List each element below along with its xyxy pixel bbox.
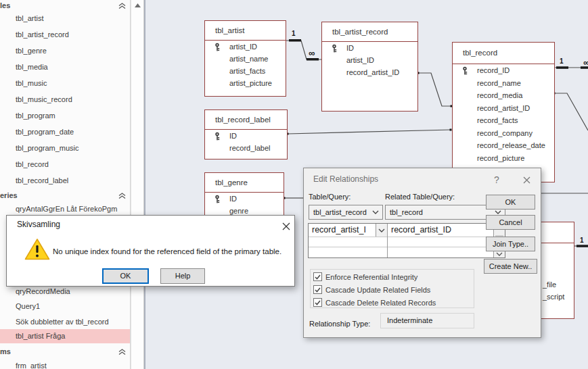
table-field[interactable]: record_ID [453, 64, 554, 77]
grid-cell-left[interactable] [309, 237, 387, 247]
create-new-button[interactable]: Create New.. [484, 259, 537, 274]
primary-key-icon [214, 43, 221, 51]
table-title: tbl_genre [205, 173, 284, 193]
close-button[interactable] [277, 218, 295, 235]
table-field[interactable]: record_media [453, 89, 554, 102]
message-text: No unique index found for the referenced… [53, 247, 294, 255]
table-field[interactable]: ID [205, 193, 284, 205]
nav-pane-scrollbar[interactable] [131, 0, 144, 369]
nav-item[interactable]: tbl_program_music [0, 141, 130, 155]
table-field[interactable]: _file [543, 280, 556, 289]
table-title: tbl_artist_record [322, 22, 417, 42]
skivsamling-message-box: Skivsamling No unique index found for th… [6, 215, 295, 287]
ok-button[interactable]: OK [102, 268, 149, 284]
checkbox-row[interactable]: Cascade Delete Related Records [313, 297, 436, 308]
table-field[interactable]: ID [205, 130, 287, 142]
table-title: tbl_record_label [205, 110, 287, 130]
ok-button[interactable]: OK [486, 195, 535, 210]
cell-dropdown-button[interactable] [376, 224, 387, 237]
table-field[interactable]: record_company [453, 127, 554, 140]
table-field[interactable]: artist_facts [205, 65, 286, 77]
table-field[interactable]: record_name [453, 77, 554, 90]
cardinality-one-label: 1 [560, 58, 564, 65]
table-field[interactable]: record_artist_ID [322, 66, 417, 78]
nav-item[interactable]: tbl_genre [0, 43, 130, 58]
primary-key-icon [214, 195, 221, 203]
nav-item[interactable]: tbl_artist [0, 11, 130, 26]
close-button[interactable] [515, 172, 538, 188]
collapse-group-icon [118, 349, 126, 355]
table-field[interactable]: record_release_date [453, 139, 554, 152]
table-field[interactable]: ID [322, 42, 417, 54]
grid-cell-right[interactable]: record_artist_ID [388, 224, 493, 237]
table-window-tbl-record-label[interactable]: tbl_record_label ID record_label [204, 109, 288, 159]
close-icon [523, 176, 530, 184]
cardinality-many-label: ∞ [309, 49, 315, 57]
checkbox-row[interactable]: Enforce Referential Integrity [313, 272, 417, 282]
nav-item[interactable]: tbl_music [0, 76, 130, 91]
referential-integrity-group: Enforce Referential Integrity Cascade Up… [310, 269, 474, 308]
grid-cell-left[interactable] [309, 247, 387, 257]
cancel-button[interactable]: Cancel [486, 215, 535, 230]
table-field[interactable]: artist_ID [322, 54, 417, 66]
table-title: tbl_record [453, 43, 554, 64]
table-field[interactable]: artist_name [205, 53, 286, 65]
table-field[interactable]: record_picture [453, 152, 554, 165]
table-field[interactable]: record_label [205, 142, 287, 154]
table-title [541, 222, 574, 243]
collapse-group-icon [118, 3, 126, 9]
edit-relationships-dialog: Edit Relationships ? Table/Query: Relate… [303, 168, 541, 338]
checkbox-checked-icon[interactable] [313, 285, 322, 294]
checkbox-checked-icon[interactable] [313, 298, 322, 307]
nav-item-selected[interactable]: tbl_artist Fråga [0, 329, 130, 343]
nav-item[interactable]: qryAntalGgrEn Låt FörekoPgm [0, 201, 130, 216]
table-title: tbl_artist [205, 21, 286, 41]
checkbox-label: Cascade Delete Related Records [325, 299, 436, 307]
table-window-tbl-artist[interactable]: tbl_artist artist_ID artist_name artist_… [204, 20, 286, 97]
help-button[interactable]: Help [160, 268, 205, 284]
checkbox-row[interactable]: Cascade Update Related Fields [313, 285, 430, 295]
nav-item[interactable]: tbl_program [0, 108, 130, 123]
table-field[interactable]: record_artist_ID [453, 102, 554, 115]
chevron-down-icon [372, 210, 379, 214]
nav-item[interactable]: tbl_record_label [0, 173, 130, 188]
join-type-button[interactable]: Join Type.. [486, 237, 535, 251]
primary-key-icon [331, 44, 338, 53]
nav-group-tables[interactable]: les [0, 0, 130, 11]
nav-item[interactable]: tbl_music_record [0, 92, 130, 107]
table-field[interactable]: _script [543, 293, 564, 301]
help-button[interactable]: ? [485, 172, 508, 188]
grid-cell-left[interactable]: record_artist_I [309, 224, 387, 237]
close-icon [282, 222, 290, 230]
cardinality-many-label: ∞ [583, 59, 588, 66]
grid-cell-right[interactable] [388, 237, 493, 247]
table-window-tbl-artist-record[interactable]: tbl_artist_record ID artist_ID record_ar… [321, 22, 418, 112]
table-field[interactable]: record_facts [453, 114, 554, 127]
table-field[interactable]: artist_ID [205, 41, 286, 53]
nav-item[interactable]: tbl_program_date [0, 124, 130, 139]
collapse-group-icon [118, 193, 126, 199]
checkbox-label: Cascade Update Related Fields [325, 286, 430, 294]
table-query-select[interactable]: tbl_artist_record [309, 205, 383, 220]
table-field[interactable]: artist_picture [205, 77, 286, 89]
dialog-title: Skivsamling [17, 220, 60, 229]
table-window-tbl-genre[interactable]: tbl_genre ID genre [204, 172, 284, 218]
nav-group-forms[interactable]: ms [0, 346, 130, 357]
checkbox-checked-icon[interactable] [313, 272, 322, 281]
table-window-partial[interactable]: _file _script [540, 222, 574, 319]
relationship-type-value: Indeterminate [380, 313, 474, 328]
nav-item[interactable]: Query1 [0, 299, 130, 314]
scroll-up-button[interactable] [131, 0, 143, 11]
chevron-down-icon [378, 228, 385, 232]
nav-item[interactable]: tbl_record [0, 157, 130, 172]
table-window-tbl-record[interactable]: tbl_record record_ID record_name record_… [452, 42, 555, 182]
chevron-down-icon [496, 252, 503, 256]
nav-group-queries[interactable]: eries [0, 190, 130, 201]
nav-item[interactable]: tbl_artist_record [0, 27, 130, 42]
grid-cell-right[interactable] [388, 247, 493, 257]
related-table-query-label: Related Table/Query: [385, 193, 455, 201]
nav-item[interactable]: frm_artist [0, 358, 130, 369]
nav-item[interactable]: Sök dubbletter av tbl_record [0, 314, 130, 329]
scroll-down-button[interactable] [494, 252, 505, 256]
nav-item[interactable]: tbl_media [0, 59, 130, 74]
